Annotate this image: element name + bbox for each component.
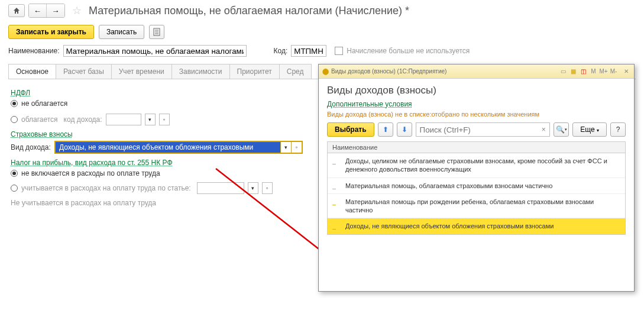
list-item[interactable]: ⎯Материальная помощь при рождении ребенк… [328,194,625,219]
ndfl-open-icon[interactable]: ▫ [159,114,170,125]
forward-button[interactable]: → [47,4,64,17]
win-tool-3[interactable]: ◫ [579,67,588,76]
profit-open-icon[interactable]: ▫ [262,182,273,194]
ndfl-radio-yes[interactable] [11,116,18,123]
popup-titlebar[interactable]: ⬤ Виды доходов (взносы) (1С:Предприятие)… [319,64,634,79]
name-label: Наименование: [8,47,60,55]
income-list: ⎯Доходы, целиком не облагаемые страховым… [327,153,626,235]
win-tool-2[interactable]: ▦ [569,67,578,76]
item-icon: ⎯ [332,182,341,190]
name-input[interactable] [63,45,247,57]
item-icon: ⎯ [332,222,341,230]
code-input[interactable] [291,45,326,57]
tab-avg[interactable]: Сред [279,64,312,79]
popup-window: ⬤ Виды доходов (взносы) (1С:Предприятие)… [318,64,635,292]
search-field[interactable]: × [416,122,551,137]
profit-radio-no[interactable] [11,170,18,177]
ndfl-code-input[interactable] [106,114,141,125]
list-item[interactable]: ⎯Доходы, целиком не облагаемые страховым… [328,153,625,178]
open-ref-icon[interactable]: ▫ [291,142,302,153]
save-close-button[interactable]: Записать и закрыть [8,25,94,39]
page-title: Материальная помощь, не облагаемая налог… [89,5,409,17]
income-type-label: Вид дохода: [11,143,51,151]
ndfl-radio-no[interactable] [11,100,18,107]
tab-deps[interactable]: Зависимости [171,64,230,79]
report-button[interactable] [149,25,164,39]
close-icon[interactable]: ✕ [622,67,630,76]
help-button[interactable]: ? [610,122,626,137]
back-button[interactable]: ← [29,4,47,17]
popup-win-title: Виды доходов (взносы) (1С:Предприятие) [331,68,446,75]
income-type-field[interactable]: Доходы, не являющиеся объектом обложения… [54,141,303,154]
clear-search-icon[interactable]: × [538,125,549,134]
dropdown-icon[interactable]: ▾ [280,142,291,153]
favorite-icon[interactable]: ☆ [72,4,82,17]
search-button[interactable]: 🔍▾ [554,122,569,137]
nav-arrows: ← → [28,4,65,18]
item-icon: ⎯ [332,157,341,174]
search-input[interactable] [416,123,538,136]
filter-text: Виды дохода (взноса) не в списке:отобран… [327,111,626,118]
more-button[interactable]: Еще ▾ [572,122,607,137]
list-item[interactable]: ⎯Материальная помощь, облагаемая страхов… [328,178,625,194]
win-tool-1[interactable]: ▭ [559,67,568,76]
unused-label: Начисление больше не используется [347,47,470,55]
profit-radio-yes[interactable] [11,185,18,192]
win-tool-mp[interactable]: M+ [599,67,608,76]
item-icon: ⎯ [332,198,341,215]
tab-time[interactable]: Учет времени [111,64,172,79]
ndfl-opt-yes: облагается [21,115,58,124]
income-type-value: Доходы, не являющиеся объектом обложения… [56,142,280,153]
tab-priority[interactable]: Приоритет [229,64,280,79]
down-button[interactable]: ⬇ [397,122,412,137]
code-label: Код: [274,47,288,55]
ndfl-drop-icon[interactable]: ▾ [145,114,156,125]
profit-opt-no: не включается в расходы по оплате труда [21,169,160,177]
unused-checkbox[interactable] [335,47,343,55]
select-button[interactable]: Выбрать [327,122,374,137]
profit-drop-icon[interactable]: ▾ [248,182,258,194]
app-icon: ⬤ [322,68,329,75]
profit-article-input[interactable] [197,182,244,194]
win-tool-mm[interactable]: M- [609,67,618,76]
ndfl-opt-no: не облагается [21,99,67,108]
save-button[interactable]: Записать [99,25,144,39]
up-button[interactable]: ⬆ [378,122,393,137]
home-button[interactable] [8,4,25,17]
profit-opt-yes: учитывается в расходах на оплату труда п… [21,184,191,192]
ndfl-code-label: код дохода: [64,115,102,124]
tab-base[interactable]: Расчет базы [56,64,112,79]
popup-title: Виды доходов (взносы) [327,85,626,96]
extra-conditions-link[interactable]: Дополнительные условия [327,100,412,108]
win-tool-m[interactable]: M [589,67,598,76]
list-header[interactable]: Наименование [327,141,626,153]
list-item-selected[interactable]: ⎯Доходы, не являющиеся объектом обложени… [328,218,625,234]
tab-main[interactable]: Основное [8,64,56,79]
